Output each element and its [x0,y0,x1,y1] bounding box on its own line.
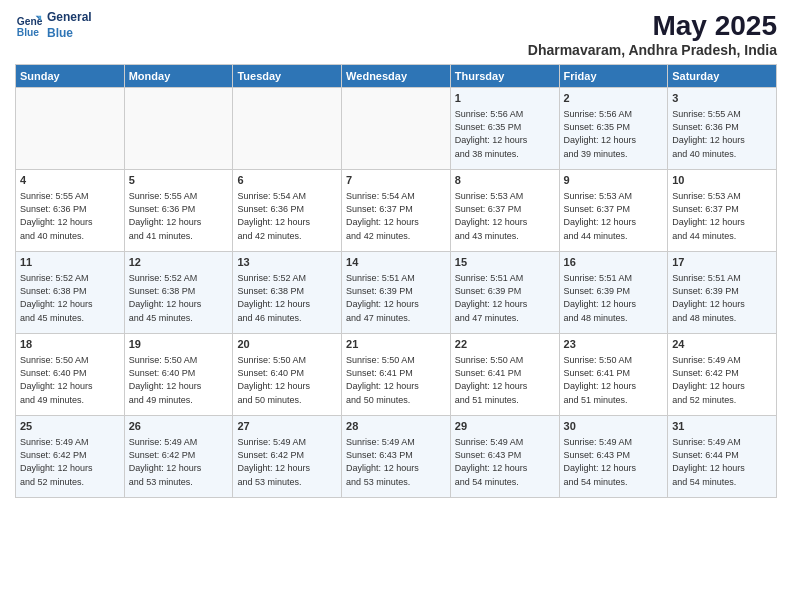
day-number: 10 [672,173,772,188]
day-number: 23 [564,337,664,352]
day-info: Sunrise: 5:50 AM Sunset: 6:40 PM Dayligh… [129,354,229,406]
calendar-cell: 6Sunrise: 5:54 AM Sunset: 6:36 PM Daylig… [233,170,342,252]
day-number: 25 [20,419,120,434]
calendar-cell: 28Sunrise: 5:49 AM Sunset: 6:43 PM Dayli… [342,416,451,498]
day-number: 26 [129,419,229,434]
day-info: Sunrise: 5:52 AM Sunset: 6:38 PM Dayligh… [129,272,229,324]
day-info: Sunrise: 5:51 AM Sunset: 6:39 PM Dayligh… [455,272,555,324]
calendar-cell: 27Sunrise: 5:49 AM Sunset: 6:42 PM Dayli… [233,416,342,498]
day-number: 17 [672,255,772,270]
day-info: Sunrise: 5:51 AM Sunset: 6:39 PM Dayligh… [564,272,664,324]
day-info: Sunrise: 5:49 AM Sunset: 6:44 PM Dayligh… [672,436,772,488]
calendar-cell: 25Sunrise: 5:49 AM Sunset: 6:42 PM Dayli… [16,416,125,498]
day-number: 18 [20,337,120,352]
calendar-cell: 10Sunrise: 5:53 AM Sunset: 6:37 PM Dayli… [668,170,777,252]
calendar-cell: 14Sunrise: 5:51 AM Sunset: 6:39 PM Dayli… [342,252,451,334]
calendar-cell [124,88,233,170]
day-number: 21 [346,337,446,352]
calendar-cell: 18Sunrise: 5:50 AM Sunset: 6:40 PM Dayli… [16,334,125,416]
weekday-header: Friday [559,65,668,88]
header: General Blue GeneralBlue May 2025 Dharma… [15,10,777,58]
day-info: Sunrise: 5:49 AM Sunset: 6:43 PM Dayligh… [346,436,446,488]
main-title: May 2025 [528,10,777,42]
calendar-cell: 15Sunrise: 5:51 AM Sunset: 6:39 PM Dayli… [450,252,559,334]
calendar-cell: 11Sunrise: 5:52 AM Sunset: 6:38 PM Dayli… [16,252,125,334]
weekday-header-row: SundayMondayTuesdayWednesdayThursdayFrid… [16,65,777,88]
logo: General Blue GeneralBlue [15,10,92,41]
day-info: Sunrise: 5:49 AM Sunset: 6:42 PM Dayligh… [672,354,772,406]
day-info: Sunrise: 5:56 AM Sunset: 6:35 PM Dayligh… [455,108,555,160]
subtitle: Dharmavaram, Andhra Pradesh, India [528,42,777,58]
calendar-cell: 3Sunrise: 5:55 AM Sunset: 6:36 PM Daylig… [668,88,777,170]
calendar-cell: 22Sunrise: 5:50 AM Sunset: 6:41 PM Dayli… [450,334,559,416]
day-info: Sunrise: 5:52 AM Sunset: 6:38 PM Dayligh… [237,272,337,324]
calendar-cell: 29Sunrise: 5:49 AM Sunset: 6:43 PM Dayli… [450,416,559,498]
day-number: 12 [129,255,229,270]
day-info: Sunrise: 5:50 AM Sunset: 6:40 PM Dayligh… [20,354,120,406]
calendar-table: SundayMondayTuesdayWednesdayThursdayFrid… [15,64,777,498]
day-info: Sunrise: 5:51 AM Sunset: 6:39 PM Dayligh… [346,272,446,324]
day-info: Sunrise: 5:54 AM Sunset: 6:37 PM Dayligh… [346,190,446,242]
day-info: Sunrise: 5:53 AM Sunset: 6:37 PM Dayligh… [672,190,772,242]
page: General Blue GeneralBlue May 2025 Dharma… [0,0,792,612]
calendar-cell: 21Sunrise: 5:50 AM Sunset: 6:41 PM Dayli… [342,334,451,416]
logo-text: GeneralBlue [47,10,92,41]
day-info: Sunrise: 5:56 AM Sunset: 6:35 PM Dayligh… [564,108,664,160]
day-info: Sunrise: 5:54 AM Sunset: 6:36 PM Dayligh… [237,190,337,242]
day-number: 15 [455,255,555,270]
day-number: 24 [672,337,772,352]
day-number: 22 [455,337,555,352]
calendar-cell: 17Sunrise: 5:51 AM Sunset: 6:39 PM Dayli… [668,252,777,334]
day-number: 7 [346,173,446,188]
day-number: 3 [672,91,772,106]
day-info: Sunrise: 5:50 AM Sunset: 6:40 PM Dayligh… [237,354,337,406]
calendar-cell: 20Sunrise: 5:50 AM Sunset: 6:40 PM Dayli… [233,334,342,416]
weekday-header: Saturday [668,65,777,88]
logo-icon: General Blue [15,12,43,40]
day-number: 11 [20,255,120,270]
day-info: Sunrise: 5:52 AM Sunset: 6:38 PM Dayligh… [20,272,120,324]
day-info: Sunrise: 5:50 AM Sunset: 6:41 PM Dayligh… [346,354,446,406]
day-info: Sunrise: 5:49 AM Sunset: 6:43 PM Dayligh… [564,436,664,488]
day-info: Sunrise: 5:53 AM Sunset: 6:37 PM Dayligh… [564,190,664,242]
calendar-cell: 26Sunrise: 5:49 AM Sunset: 6:42 PM Dayli… [124,416,233,498]
day-number: 14 [346,255,446,270]
day-info: Sunrise: 5:49 AM Sunset: 6:42 PM Dayligh… [129,436,229,488]
calendar-cell: 24Sunrise: 5:49 AM Sunset: 6:42 PM Dayli… [668,334,777,416]
calendar-cell: 30Sunrise: 5:49 AM Sunset: 6:43 PM Dayli… [559,416,668,498]
day-number: 9 [564,173,664,188]
calendar-cell: 2Sunrise: 5:56 AM Sunset: 6:35 PM Daylig… [559,88,668,170]
day-number: 27 [237,419,337,434]
day-info: Sunrise: 5:51 AM Sunset: 6:39 PM Dayligh… [672,272,772,324]
day-number: 19 [129,337,229,352]
calendar-cell: 19Sunrise: 5:50 AM Sunset: 6:40 PM Dayli… [124,334,233,416]
day-number: 1 [455,91,555,106]
calendar-week-row: 25Sunrise: 5:49 AM Sunset: 6:42 PM Dayli… [16,416,777,498]
day-number: 5 [129,173,229,188]
day-info: Sunrise: 5:50 AM Sunset: 6:41 PM Dayligh… [455,354,555,406]
day-number: 16 [564,255,664,270]
day-number: 29 [455,419,555,434]
day-info: Sunrise: 5:49 AM Sunset: 6:42 PM Dayligh… [20,436,120,488]
calendar-cell: 23Sunrise: 5:50 AM Sunset: 6:41 PM Dayli… [559,334,668,416]
calendar-week-row: 11Sunrise: 5:52 AM Sunset: 6:38 PM Dayli… [16,252,777,334]
calendar-cell: 5Sunrise: 5:55 AM Sunset: 6:36 PM Daylig… [124,170,233,252]
calendar-cell [16,88,125,170]
calendar-cell [233,88,342,170]
calendar-week-row: 18Sunrise: 5:50 AM Sunset: 6:40 PM Dayli… [16,334,777,416]
calendar-cell: 16Sunrise: 5:51 AM Sunset: 6:39 PM Dayli… [559,252,668,334]
weekday-header: Wednesday [342,65,451,88]
day-number: 6 [237,173,337,188]
calendar-cell: 13Sunrise: 5:52 AM Sunset: 6:38 PM Dayli… [233,252,342,334]
day-number: 4 [20,173,120,188]
calendar-week-row: 4Sunrise: 5:55 AM Sunset: 6:36 PM Daylig… [16,170,777,252]
day-number: 20 [237,337,337,352]
calendar-cell: 1Sunrise: 5:56 AM Sunset: 6:35 PM Daylig… [450,88,559,170]
svg-text:Blue: Blue [17,27,40,38]
calendar-cell: 31Sunrise: 5:49 AM Sunset: 6:44 PM Dayli… [668,416,777,498]
calendar-cell: 4Sunrise: 5:55 AM Sunset: 6:36 PM Daylig… [16,170,125,252]
day-number: 8 [455,173,555,188]
calendar-cell [342,88,451,170]
calendar-week-row: 1Sunrise: 5:56 AM Sunset: 6:35 PM Daylig… [16,88,777,170]
day-info: Sunrise: 5:49 AM Sunset: 6:43 PM Dayligh… [455,436,555,488]
